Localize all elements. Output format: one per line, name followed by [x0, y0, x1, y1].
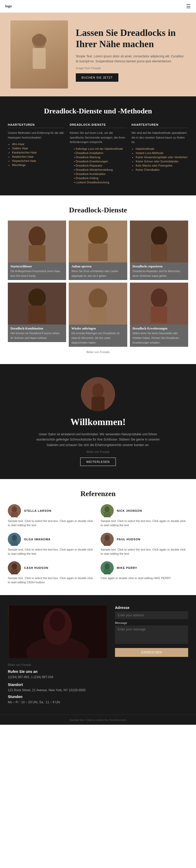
avatar-mike — [101, 561, 114, 575]
avatar-olga — [8, 533, 21, 546]
svg-rect-1 — [33, 48, 46, 69]
gallery-item-3: Dreadlocks reparieren Dreadlocks-Reparat… — [130, 220, 188, 280]
list-item[interactable]: Sofortige Locs mit der Hakelmethode — [74, 147, 126, 150]
gallery-item-title: Wieder anbringen — [71, 327, 124, 331]
svg-rect-26 — [11, 540, 18, 546]
svg-point-3 — [29, 226, 45, 247]
book-button[interactable]: BUCHEN SIE JETZT — [76, 73, 118, 82]
col1-heading: HAARTEXTUREN — [8, 123, 65, 128]
ref-text-stella[interactable]: Sample text. Click to select the text bo… — [8, 519, 95, 527]
ref-item-2: NICK JHONSON Sample text. Click to selec… — [101, 504, 188, 527]
list-item: Instant Locs-Methode — [135, 151, 188, 155]
ref-text-mike[interactable]: Click again or double click to start edi… — [101, 576, 188, 581]
ref-item-4: PAUL HUDSON Sample text. Click to select… — [101, 533, 188, 556]
menu-icon[interactable]: ☰ — [186, 3, 191, 9]
ref-top-3: OLGA IWANOWA — [8, 533, 95, 546]
list-item[interactable]: Dreadlock-Reparatur — [74, 164, 126, 167]
weiterlesen-button[interactable]: WEITERLESEN — [80, 458, 116, 466]
ref-name-mike: MIKE PERRY — [117, 566, 137, 569]
hero-description: Simple Text. Lorem ipsum dolor sit amet,… — [76, 54, 186, 64]
gallery-section: Dreadlock-Dienste Starterschlösser Die A… — [0, 195, 196, 364]
footer-bottom-text: Sample text. Click to select the Text El… — [69, 718, 127, 721]
willkommen-text: Unser Salon ist einladend und komfortabe… — [33, 432, 163, 447]
gallery-caption-1: Starterschlösser Die Anfängertreier-Fris… — [8, 262, 66, 280]
footer-image-credit: Bilder von Freepik — [8, 663, 107, 666]
list-item[interactable]: Dreadlock-Fetting — [74, 177, 126, 180]
ref-name-cash: CASH HUDSON — [24, 566, 48, 569]
footer-address: 121 Rock Street, 21 Avenue, New York, NY… — [8, 688, 107, 692]
message-textarea[interactable] — [115, 625, 188, 644]
hero-image-credit: Image from Freepik — [76, 66, 186, 70]
ref-name-olga: OLGA IWANOWA — [24, 538, 50, 541]
gallery-caption-5: Wieder anbringen Die erneute Anbringen v… — [69, 324, 127, 347]
ref-text-nick[interactable]: Sample text. Click to select the text bo… — [101, 519, 188, 527]
footer-hours-title: Stunden — [8, 694, 107, 699]
gallery-item-text: Dreadlocks-Reparatur sind für Menschen, … — [132, 270, 181, 277]
list-item[interactable]: Dreadlock-Kombination — [74, 172, 126, 176]
col2-heading: DREADLOCK-DIENSTE — [70, 123, 126, 128]
gallery-item-text: Die erneute Anbringen von Dreadlocks ist… — [71, 332, 119, 344]
list-item: Kein Wachs oder Fixiergelée — [135, 164, 188, 167]
ref-text-paul[interactable]: Sample text. Click to select the text bo… — [101, 548, 188, 556]
gallery-credit: Bilder von Freepik — [8, 350, 188, 353]
list-item[interactable]: Dreadlock-Installation — [74, 151, 126, 155]
willkommen-circle — [81, 377, 115, 411]
ref-top-1: STELLA LARSON — [8, 504, 95, 517]
ref-name-stella: STELLA LARSON — [24, 509, 51, 512]
gallery-item-title: Dreadlocks reparieren — [132, 265, 186, 269]
ref-item-1: STELLA LARSON Sample text. Click to sele… — [8, 504, 95, 527]
gallery-item-2: Anbau sperren Wenn Sie Grob schrittweise… — [69, 220, 127, 280]
svg-point-13 — [151, 288, 167, 308]
svg-point-28 — [105, 535, 110, 541]
footer-right: Adresse Message EINREICHEN — [115, 606, 188, 704]
avatar-nick — [101, 504, 114, 517]
ref-name-nick: NICK JHONSON — [117, 509, 142, 512]
footer-phone: 1(234) 567-891, 1 (234) 987-034 — [8, 675, 107, 679]
ref-text-olga[interactable]: Sample text. Click to select the text bo… — [8, 548, 95, 556]
gallery-grid: Starterschlösser Die Anfängertreier-Fris… — [8, 220, 188, 347]
svg-rect-20 — [11, 512, 18, 517]
svg-rect-35 — [104, 569, 111, 575]
list-item: Mischlinge — [12, 163, 65, 166]
ref-item-3: OLGA IWANOWA Sample text. Click to selec… — [8, 533, 95, 556]
list-item[interactable]: Dreadlock-Erweiterungen — [74, 160, 126, 163]
svg-rect-8 — [151, 244, 167, 261]
list-item[interactable]: Dreadlock-Wartung — [74, 156, 126, 159]
address-input[interactable] — [115, 611, 188, 619]
referenzen-section: Referenzen STELLA LARSON Sample text. Cl… — [0, 479, 196, 595]
svg-rect-12 — [89, 307, 107, 323]
svg-rect-14 — [151, 306, 167, 323]
footer-location-title: Standort — [8, 683, 107, 687]
willkommen-title: Willkommen! — [8, 416, 188, 428]
svg-rect-10 — [28, 305, 46, 323]
gallery-item-title: Starterschlösser — [10, 265, 64, 269]
svg-point-34 — [105, 563, 110, 570]
gallery-item-title: Anbau sperren — [71, 265, 124, 269]
svg-point-16 — [92, 383, 104, 398]
ref-item-6: MIKE PERRY Click again or double click t… — [101, 561, 188, 585]
submit-button[interactable]: EINREICHEN — [115, 648, 188, 657]
drei-cols: HAARTEXTUREN Unsere Methoden und Erfahru… — [8, 123, 188, 185]
col1-list: Afro-Haar Glattes Haar Kaukasisches Haar… — [8, 143, 65, 166]
ref-text-cash[interactable]: Sample text. Click to select the text bo… — [8, 576, 95, 585]
list-item: Hakelmethode — [135, 147, 188, 150]
footer-location-section: Standort 121 Rock Street, 21 Avenue, New… — [8, 683, 107, 692]
referenzen-title: Referenzen — [8, 490, 188, 498]
list-item[interactable]: Dreadlock-Wiederherstellung — [74, 168, 126, 171]
svg-point-31 — [12, 563, 17, 570]
svg-point-25 — [12, 535, 17, 541]
navigation: logo ☰ — [0, 0, 196, 12]
hero-title: Lassen Sie Dreadlocks in Ihrer Nähe mach… — [76, 27, 186, 50]
list-item[interactable]: Lockere Dreadlocksortung — [74, 181, 126, 184]
avatar-paul — [101, 533, 114, 546]
hero-content: Lassen Sie Dreadlocks in Ihrer Nähe mach… — [68, 27, 186, 82]
col-dreadlock-dienste: DREADLOCK-DIENSTE Klicken Sie auf einen … — [70, 123, 126, 185]
gallery-item-text: Die Anfängertreier-Frisursstück eines Ha… — [10, 270, 61, 277]
list-item: Keine Verwendungsfade oder Verdrehen — [135, 156, 188, 159]
footer-left: Bilder von Freepik Rufen Sie uns an 1(23… — [8, 606, 107, 704]
footer-phone-title: Rufen Sie uns an — [8, 670, 107, 674]
col1-text: Unsere Methoden und Erfahrung für die al… — [8, 131, 65, 140]
footer-form: Message EINREICHEN — [115, 611, 188, 657]
list-item: Afro-Haar — [12, 143, 65, 146]
ref-name-paul: PAUL HUDSON — [117, 538, 141, 541]
